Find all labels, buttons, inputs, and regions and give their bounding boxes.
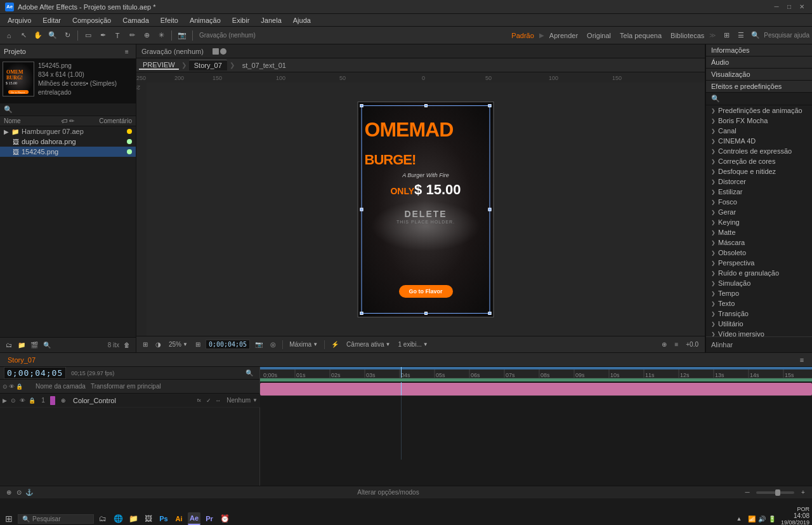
cat-simulacao[interactable]: ❯ Simulação: [706, 278, 812, 288]
snapshot-btn[interactable]: 📷: [252, 340, 265, 349]
workspace-aprender[interactable]: Aprender: [546, 30, 582, 41]
workspace-more[interactable]: ≫: [709, 32, 716, 39]
cat-utilitario[interactable]: ❯ Utilitário: [706, 319, 812, 329]
timeline-tab-story07[interactable]: Story_07: [4, 355, 39, 365]
project-item-154245[interactable]: 🖼 154245.png: [0, 147, 136, 157]
handle-bl[interactable]: [360, 312, 363, 315]
task-view-btn[interactable]: 🗂: [96, 512, 109, 525]
browser-btn[interactable]: 🌐: [112, 512, 124, 525]
timecode-display[interactable]: 0;00;04;05: [4, 367, 66, 379]
fast-preview-btn[interactable]: ⚡: [329, 340, 341, 349]
clock-btn[interactable]: ⏰: [218, 512, 231, 525]
preview-viewport[interactable]: 250 200 150 100 50 0 50 100 150 250: [136, 72, 705, 336]
ps-btn[interactable]: Ps: [157, 512, 170, 525]
search-layers-btn[interactable]: 🔍: [243, 367, 256, 380]
delete-btn[interactable]: 🗑: [122, 340, 132, 350]
cat-transicao[interactable]: ❯ Transição: [706, 309, 812, 319]
start-btn[interactable]: ⊞: [3, 512, 15, 525]
menu-ajuda[interactable]: Ajuda: [288, 15, 316, 25]
zoom-select[interactable]: 25% ▼: [166, 340, 190, 349]
menu-camada[interactable]: Camada: [117, 15, 154, 25]
pen-tool[interactable]: ✒: [96, 29, 109, 42]
cat-controles[interactable]: ❯ Controles de expressão: [706, 146, 812, 156]
new-folder-btn[interactable]: 📁: [16, 340, 27, 350]
close-button[interactable]: ✕: [797, 2, 807, 12]
project-menu-btn[interactable]: ≡: [122, 46, 132, 56]
cat-canal[interactable]: ❯ Canal: [706, 126, 812, 136]
project-item-duplo[interactable]: 🖼 duplo dahora.png: [0, 136, 136, 147]
layer-1-eye[interactable]: 👁: [18, 396, 27, 404]
cat-ruido[interactable]: ❯ Ruído e granulação: [706, 268, 812, 278]
list-view-btn[interactable]: ☰: [735, 29, 747, 42]
brush-tool[interactable]: ✏: [126, 29, 138, 42]
ai-btn[interactable]: Ai: [173, 512, 185, 525]
timeline-ruler[interactable]: 0;00s 01s 02s 03s 04s 05s 06s 07s: [260, 367, 812, 378]
cat-correcao[interactable]: ❯ Correção de cores: [706, 156, 812, 166]
photos-btn[interactable]: 🖼: [142, 512, 155, 525]
cat-cinema4d[interactable]: ❯ CINEMA 4D: [706, 136, 812, 146]
rec-stop[interactable]: [213, 48, 219, 55]
tl-btn-2[interactable]: ⊙: [14, 488, 24, 498]
3d-grid-btn[interactable]: ⊕: [659, 340, 669, 349]
cat-matte[interactable]: ❯ Matte: [706, 227, 812, 237]
ae-btn[interactable]: Ae: [188, 512, 200, 525]
workspace-tela[interactable]: Tela pequena: [616, 30, 665, 41]
cat-predef-anim[interactable]: ❯ Predefinições de animação: [706, 105, 812, 116]
project-search-input[interactable]: [15, 106, 118, 114]
cat-desfoque[interactable]: ❯ Desfoque e nitidez: [706, 166, 812, 176]
minimize-button[interactable]: ─: [771, 2, 782, 12]
handle-ml[interactable]: [360, 208, 363, 211]
cat-mascara[interactable]: ❯ Máscara: [706, 237, 812, 248]
puppet-tool[interactable]: ✳: [155, 29, 167, 42]
zoom-in-btn[interactable]: +: [798, 488, 808, 498]
timeline-menu-btn[interactable]: ≡: [796, 354, 808, 366]
layer-1-solo[interactable]: ⊙: [9, 396, 17, 404]
tl-btn-1[interactable]: ⊕: [4, 488, 14, 498]
layer-1-mode-dropdown[interactable]: ▼: [252, 397, 258, 403]
camera-tool[interactable]: 📷: [176, 29, 188, 42]
hidden-icons-btn[interactable]: ▲: [733, 512, 745, 525]
rotate-tool[interactable]: ↻: [61, 29, 74, 42]
camera-select[interactable]: Câmera ativa ▼: [344, 340, 393, 349]
tab-story07[interactable]: Story_07: [189, 60, 227, 70]
search-btn[interactable]: 🔍: [749, 29, 762, 42]
cat-boris[interactable]: ❯ Boris FX Mocha: [706, 116, 812, 126]
workspace-bibliotecas[interactable]: Bibliotecas: [667, 30, 708, 41]
clone-tool[interactable]: ⊕: [140, 29, 153, 42]
cat-gerar[interactable]: ❯ Gerar: [706, 207, 812, 217]
new-item-btn[interactable]: 🗂: [4, 340, 14, 350]
explorer-btn[interactable]: 📁: [127, 512, 140, 525]
cat-texto[interactable]: ❯ Texto: [706, 298, 812, 309]
layer-1-lock[interactable]: 🔒: [28, 396, 36, 404]
handle-tr[interactable]: [488, 104, 492, 107]
handle-tm[interactable]: [424, 104, 428, 107]
layer-1-effects-btn[interactable]: fx: [195, 396, 203, 404]
grid-view-btn[interactable]: ⊞: [720, 29, 733, 42]
zoom-slider[interactable]: [756, 491, 794, 494]
quality-select[interactable]: Máxima ▼: [287, 340, 320, 349]
zoom-tool[interactable]: 🔍: [46, 29, 59, 42]
cat-tempo[interactable]: ❯ Tempo: [706, 288, 812, 298]
workspace-padrao[interactable]: Padrão: [508, 30, 537, 41]
workspace-original[interactable]: Original: [583, 30, 615, 41]
cat-video[interactable]: ❯ Vídeo imersivo: [706, 329, 812, 336]
handle-tl[interactable]: [360, 104, 363, 107]
home-tool[interactable]: ⌂: [3, 29, 15, 42]
zoom-out-btn[interactable]: ─: [742, 488, 752, 498]
viewer-toggle[interactable]: ⊞: [140, 340, 150, 349]
menu-exibir[interactable]: Exibir: [227, 15, 255, 25]
menu-arquivo[interactable]: Arquivo: [3, 15, 36, 25]
tl-btn-3[interactable]: ⚓: [24, 488, 34, 498]
cat-obsoleto[interactable]: ❯ Obsoleto: [706, 248, 812, 258]
handle-mr[interactable]: [488, 208, 492, 211]
menu-efeito[interactable]: Efeito: [155, 15, 183, 25]
selection-tool[interactable]: ↖: [17, 29, 30, 42]
rec-record[interactable]: [220, 48, 226, 55]
layer-1-mode-select[interactable]: ↔: [214, 396, 222, 404]
cat-fosco[interactable]: ❯ Fosco: [706, 197, 812, 207]
layer-expand-btn[interactable]: ▶: [3, 397, 7, 404]
reset-exposure-btn[interactable]: +0.0: [683, 340, 701, 349]
resolution-btn[interactable]: ⊞: [193, 340, 203, 349]
cat-keying[interactable]: ❯ Keying: [706, 217, 812, 227]
tab-st07-text[interactable]: st_07_text_01: [237, 60, 291, 70]
